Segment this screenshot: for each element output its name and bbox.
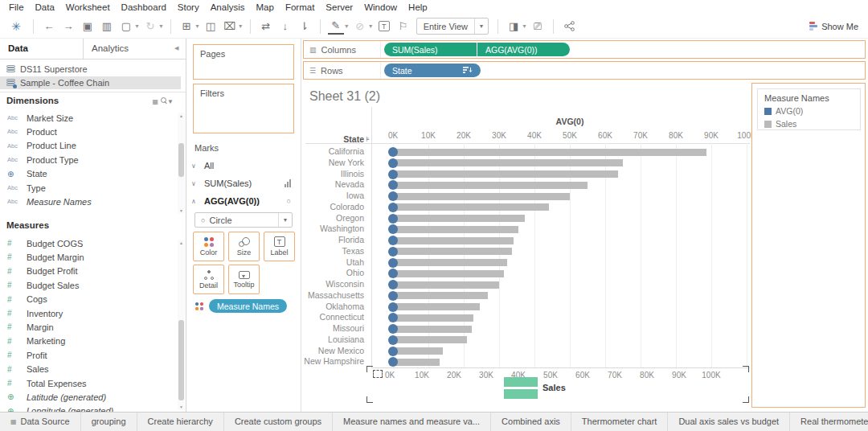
- avg0-circle-massachusetts[interactable]: [388, 291, 398, 301]
- fix-axes-icon[interactable]: ⚐: [395, 18, 411, 35]
- pages-shelf[interactable]: Pages: [193, 44, 294, 80]
- columns-shelf[interactable]: ▥ Columns SUM(Sales)AGG(AVG(0)): [303, 40, 866, 59]
- measure-budget-sales[interactable]: #Budget Sales: [0, 278, 177, 292]
- measure-budget-profit[interactable]: #Budget Profit: [0, 265, 177, 278]
- scroll-down-icon[interactable]: ▼: [178, 404, 185, 409]
- datasource-ds11-superstore[interactable]: DS11 Superstore: [0, 63, 181, 76]
- dimension-market-size[interactable]: AbcMarket Size: [0, 111, 177, 125]
- new-worksheet-icon[interactable]: ⊞: [178, 18, 194, 35]
- avg0-circle-iowa[interactable]: [388, 191, 398, 201]
- measure-latitude-generated[interactable]: ⊕Latitude (generated): [0, 390, 177, 404]
- chevron-down-icon[interactable]: ▼: [238, 23, 244, 29]
- scroll-up-icon[interactable]: ▲: [178, 113, 185, 118]
- new-data-source-icon[interactable]: ▥: [99, 18, 115, 35]
- tab-analytics[interactable]: Analytics: [84, 39, 174, 59]
- chevron-down-icon[interactable]: ▼: [194, 23, 200, 29]
- menu-item-map[interactable]: Map: [251, 2, 280, 12]
- tab-data[interactable]: Data: [0, 39, 84, 59]
- columns-pill-agg-avg-0[interactable]: AGG(AVG(0)): [477, 43, 570, 56]
- sales-bar-louisiana[interactable]: [390, 336, 467, 343]
- datasource-sample-coffee-chain[interactable]: Sample - Coffee Chain: [0, 76, 181, 89]
- chevron-down-icon[interactable]: ▼: [158, 23, 164, 29]
- avg0-circle-california[interactable]: [388, 147, 398, 157]
- fit-selector[interactable]: Entire View ▼: [416, 18, 489, 35]
- sales-bar-new-york[interactable]: [390, 159, 623, 166]
- sheet-tab-thermometer-chart[interactable]: Thermometer chart: [571, 413, 669, 431]
- show-hide-cards-icon[interactable]: ◨: [506, 18, 522, 35]
- sheet-tab-data-source[interactable]: ▦Data Source: [0, 413, 81, 431]
- menu-item-format[interactable]: Format: [280, 2, 320, 12]
- sheet-tab-create-hierarchy[interactable]: Create hierarchy: [137, 413, 224, 431]
- measure-total-expenses[interactable]: #Total Expenses: [0, 376, 177, 390]
- marks-entry-all[interactable]: ∨All: [191, 158, 296, 174]
- tableau-logo-icon[interactable]: ✳: [8, 18, 24, 35]
- dimension-measure-names[interactable]: AbcMeasure Names: [0, 195, 177, 208]
- measure-cogs[interactable]: #Cogs: [0, 293, 177, 306]
- measure-names-legend[interactable]: Measure Names AVG(0)Sales: [757, 88, 861, 130]
- measure-profit[interactable]: #Profit: [0, 348, 177, 362]
- measure-names-pill[interactable]: Measure Names: [209, 299, 287, 313]
- show-mark-labels-icon[interactable]: T: [376, 18, 392, 35]
- legend-item-sales[interactable]: Sales: [764, 119, 860, 129]
- menu-item-analysis[interactable]: Analysis: [205, 2, 251, 12]
- avg0-circle-wisconsin[interactable]: [388, 280, 398, 289]
- sales-bar-utah[interactable]: [390, 259, 507, 266]
- menu-item-data[interactable]: Data: [30, 2, 60, 12]
- chevron-icon[interactable]: ∧: [191, 198, 199, 205]
- dimension-state[interactable]: ⊕State: [0, 167, 177, 181]
- menu-item-window[interactable]: Window: [358, 2, 403, 12]
- sort-icon[interactable]: ⊧: [366, 135, 370, 143]
- chevron-down-icon[interactable]: ▼: [474, 18, 488, 34]
- measures-scrollbar[interactable]: ▲ ▼: [178, 240, 185, 410]
- avg0-circle-illinois[interactable]: [388, 170, 398, 179]
- sheet-tab-dual-axis-sales-vs-budget[interactable]: Dual axis sales vs budget: [668, 413, 790, 431]
- chevron-down-icon[interactable]: ▼: [167, 98, 176, 105]
- sales-bar-california[interactable]: [390, 149, 706, 156]
- measure-longitude-generated[interactable]: ⊕Longitude (generated): [0, 404, 177, 412]
- sales-bar-ohio[interactable]: [390, 270, 504, 277]
- save-icon[interactable]: ▣: [80, 18, 96, 35]
- share-icon[interactable]: [561, 18, 577, 35]
- legend-item-avg-0[interactable]: AVG(0): [764, 106, 860, 116]
- measure-marketing[interactable]: #Marketing: [0, 335, 177, 348]
- highlight-icon[interactable]: ✎: [328, 18, 344, 35]
- search-icon[interactable]: [161, 97, 167, 104]
- chevron-down-icon[interactable]: ▼: [522, 23, 527, 29]
- rows-pill-state[interactable]: State: [384, 64, 481, 77]
- clear-sheet-icon[interactable]: ⌧: [222, 18, 238, 35]
- sales-bar-illinois[interactable]: [390, 170, 618, 178]
- chevron-down-icon[interactable]: ▼: [278, 213, 292, 227]
- dimension-type[interactable]: AbcType: [0, 181, 177, 195]
- measure-margin[interactable]: #Margin: [0, 320, 177, 334]
- scroll-up-icon[interactable]: ▲: [178, 240, 185, 245]
- tooltip-button[interactable]: Tooltip: [228, 265, 260, 294]
- dimensions-scrollbar[interactable]: ▲ ▼: [178, 113, 185, 214]
- chevron-down-icon[interactable]: ▼: [368, 23, 374, 29]
- size-button[interactable]: Size: [228, 232, 260, 261]
- dimensions-header-icons[interactable]: ▦▼: [153, 97, 176, 105]
- measure-inventory[interactable]: #Inventory: [0, 306, 177, 320]
- chevron-down-icon[interactable]: ▼: [134, 23, 140, 29]
- avg0-circle-utah[interactable]: [388, 258, 398, 268]
- dimension-product-type[interactable]: AbcProduct Type: [0, 153, 177, 166]
- avg0-circle-missouri[interactable]: [388, 324, 398, 334]
- menu-item-server[interactable]: Server: [320, 2, 358, 12]
- menu-item-file[interactable]: File: [3, 2, 30, 12]
- avg0-circle-oklahoma[interactable]: [388, 302, 398, 312]
- marks-entry-agg-avg-0[interactable]: ∧AGG(AVG(0))○: [191, 193, 296, 209]
- menu-item-dashboard[interactable]: Dashboard: [116, 2, 172, 12]
- sales-bar-massachusetts[interactable]: [390, 292, 488, 299]
- avg0-circle-louisiana[interactable]: [388, 335, 398, 345]
- avg0-circle-new-mexico[interactable]: [388, 347, 398, 356]
- sales-bar-nevada[interactable]: [390, 182, 588, 189]
- menu-item-story[interactable]: Story: [172, 2, 205, 12]
- chevron-down-icon[interactable]: ▼: [344, 23, 350, 29]
- menu-item-worksheet[interactable]: Worksheet: [60, 2, 116, 12]
- sales-bar-washington[interactable]: [390, 226, 518, 233]
- redo-icon[interactable]: →: [60, 18, 76, 35]
- sales-bar-oklahoma[interactable]: [390, 303, 480, 310]
- sales-bar-missouri[interactable]: [390, 326, 472, 333]
- dimension-product-line[interactable]: AbcProduct Line: [0, 139, 177, 153]
- sheet-tab-measure-names-and-measure-va[interactable]: Measure names and measure va...: [333, 413, 491, 431]
- sales-bar-iowa[interactable]: [390, 193, 570, 200]
